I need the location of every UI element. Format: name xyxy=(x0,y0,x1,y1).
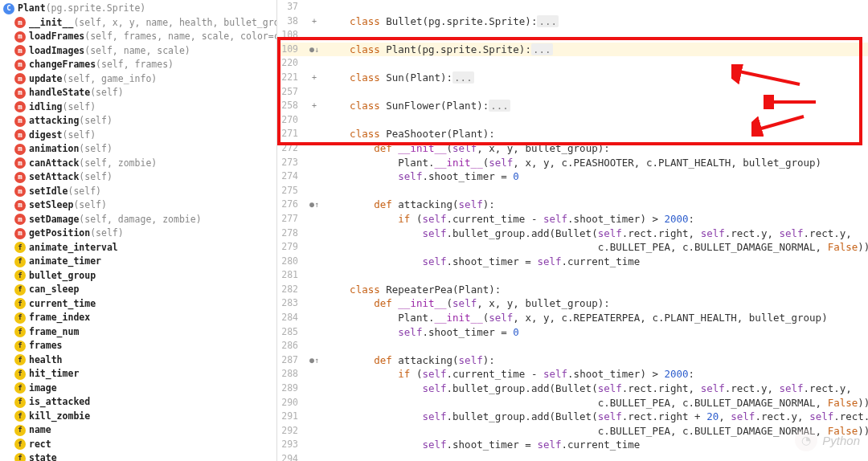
sidebar-item-bullet_group[interactable]: fbullet_group xyxy=(0,269,276,284)
code-content[interactable]: class RepeaterPea(Plant): xyxy=(324,283,868,297)
sidebar-item-hit_timer[interactable]: fhit_timer xyxy=(0,367,276,381)
code-line[interactable]: 275 xyxy=(277,184,868,198)
code-line[interactable]: 292 c.BULLET_PEA, c.BULLET_DAMAGE_NORMAL… xyxy=(277,424,868,439)
code-line[interactable]: 283 def __init__(self, x, y, bullet_grou… xyxy=(277,296,868,311)
code-content[interactable]: class SunFlower(Plant):... xyxy=(324,99,868,113)
code-content[interactable]: c.BULLET_PEA, c.BULLET_DAMAGE_NORMAL, Fa… xyxy=(324,240,868,255)
sidebar-item-can_sleep[interactable]: fcan_sleep xyxy=(0,283,276,297)
code-content[interactable]: self.shoot_timer = self.current_time xyxy=(324,438,868,452)
sidebar-item-__init__[interactable]: m__init__(self, x, y, name, health, bull… xyxy=(0,16,276,31)
sidebar-item-update[interactable]: mupdate(self, game_info) xyxy=(0,72,276,87)
sidebar-item-rect[interactable]: frect xyxy=(0,438,276,452)
sidebar-item-animate_timer[interactable]: fanimate_timer xyxy=(0,255,276,269)
code-line[interactable]: 282 class RepeaterPea(Plant): xyxy=(277,283,868,297)
code-content[interactable]: def __init__(self, x, y, bullet_group): xyxy=(324,296,868,311)
code-line[interactable]: 290 c.BULLET_PEA, c.BULLET_DAMAGE_NORMAL… xyxy=(277,396,868,410)
code-content[interactable]: c.BULLET_PEA, c.BULLET_DAMAGE_NORMAL, Fa… xyxy=(324,424,868,439)
code-line[interactable]: 286 xyxy=(277,339,868,353)
code-content[interactable]: def __init__(self, x, y, bullet_group): xyxy=(324,141,868,156)
code-line[interactable]: 277 if (self.current_time - self.shoot_t… xyxy=(277,212,868,226)
sidebar-item-attacking[interactable]: mattacking(self) xyxy=(0,114,276,129)
code-line[interactable]: 271 class PeaShooter(Plant): xyxy=(277,127,868,141)
code-line[interactable]: 279 c.BULLET_PEA, c.BULLET_DAMAGE_NORMAL… xyxy=(277,240,868,255)
code-content[interactable]: self.shoot_timer = self.current_time xyxy=(324,255,868,269)
sidebar-item-loadImages[interactable]: mloadImages(self, name, scale) xyxy=(0,44,276,59)
sidebar-item-digest[interactable]: mdigest(self) xyxy=(0,129,276,143)
code-content[interactable]: class PeaShooter(Plant): xyxy=(324,127,868,141)
code-content[interactable] xyxy=(324,339,868,353)
code-content[interactable]: c.BULLET_PEA, c.BULLET_DAMAGE_NORMAL, Fa… xyxy=(324,396,868,410)
fold-marker[interactable]: + xyxy=(305,99,324,113)
code-area[interactable]: 3738+ class Bullet(pg.sprite.Sprite):...… xyxy=(277,0,868,461)
code-content[interactable]: self.shoot_timer = 0 xyxy=(324,325,868,340)
code-line[interactable]: 278 self.bullet_group.add(Bullet(self.re… xyxy=(277,226,868,241)
code-content[interactable]: Plant.__init__(self, x, y, c.PEASHOOTER,… xyxy=(324,156,868,170)
code-content[interactable] xyxy=(324,0,868,14)
code-content[interactable]: self.bullet_group.add(Bullet(self.rect.r… xyxy=(324,226,868,241)
sidebar-item-animate_interval[interactable]: fanimate_interval xyxy=(0,241,276,255)
code-line[interactable]: 280 self.shoot_timer = self.current_time xyxy=(277,255,868,269)
structure-sidebar[interactable]: C Plant(pg.sprite.Sprite) m__init__(self… xyxy=(0,0,277,461)
code-line[interactable]: 272 def __init__(self, x, y, bullet_grou… xyxy=(277,141,868,156)
sidebar-item-changeFrames[interactable]: mchangeFrames(self, frames) xyxy=(0,58,276,72)
code-content[interactable]: self.bullet_group.add(Bullet(self.rect.r… xyxy=(324,410,868,424)
sidebar-item-health[interactable]: fhealth xyxy=(0,353,276,368)
code-editor[interactable]: 3738+ class Bullet(pg.sprite.Sprite):...… xyxy=(277,0,868,461)
code-content[interactable]: class Plant(pg.sprite.Sprite):... xyxy=(324,43,868,57)
code-content[interactable]: def attacking(self): xyxy=(324,353,868,368)
code-content[interactable] xyxy=(324,85,868,100)
fold-marker[interactable]: ●↓ xyxy=(305,43,324,57)
sidebar-item-setDamage[interactable]: msetDamage(self, damage, zombie) xyxy=(0,213,276,227)
fold-marker[interactable]: + xyxy=(305,14,324,29)
code-line[interactable]: 37 xyxy=(277,0,868,14)
sidebar-item-name[interactable]: fname xyxy=(0,423,276,438)
fold-marker[interactable]: + xyxy=(305,71,324,85)
code-content[interactable]: if (self.current_time - self.shoot_timer… xyxy=(324,367,868,381)
code-line[interactable]: 220 xyxy=(277,56,868,71)
code-content[interactable]: def attacking(self): xyxy=(324,198,868,212)
fold-marker[interactable]: ●↑ xyxy=(305,198,324,212)
code-line[interactable]: 258+ class SunFlower(Plant):... xyxy=(277,99,868,113)
code-line[interactable]: 281 xyxy=(277,268,868,283)
code-line[interactable]: 288 if (self.current_time - self.shoot_t… xyxy=(277,367,868,381)
sidebar-item-frames[interactable]: fframes xyxy=(0,339,276,353)
code-line[interactable]: 273 Plant.__init__(self, x, y, c.PEASHOO… xyxy=(277,156,868,170)
code-content[interactable] xyxy=(324,184,868,198)
code-line[interactable]: 108 xyxy=(277,28,868,43)
sidebar-item-frame_index[interactable]: fframe_index xyxy=(0,311,276,325)
sidebar-item-getPosition[interactable]: mgetPosition(self) xyxy=(0,226,276,241)
fold-marker[interactable]: ●↑ xyxy=(305,353,324,368)
code-line[interactable]: 221+ class Sun(Plant):... xyxy=(277,71,868,85)
sidebar-item-setAttack[interactable]: msetAttack(self) xyxy=(0,170,276,185)
sidebar-item-canAttack[interactable]: mcanAttack(self, zombie) xyxy=(0,157,276,171)
sidebar-item-frame_num[interactable]: fframe_num xyxy=(0,325,276,340)
code-content[interactable] xyxy=(324,113,868,128)
code-content[interactable] xyxy=(324,452,868,461)
sidebar-item-setIdle[interactable]: msetIdle(self) xyxy=(0,185,276,199)
code-content[interactable] xyxy=(324,268,868,283)
code-line[interactable]: 109●↓ class Plant(pg.sprite.Sprite):... xyxy=(277,43,868,57)
code-line[interactable]: 270 xyxy=(277,113,868,128)
code-line[interactable]: 293 self.shoot_timer = self.current_time xyxy=(277,438,868,452)
code-line[interactable]: 289 self.bullet_group.add(Bullet(self.re… xyxy=(277,381,868,396)
sidebar-root-class[interactable]: C Plant(pg.sprite.Sprite) xyxy=(0,2,276,16)
sidebar-item-animation[interactable]: manimation(self) xyxy=(0,142,276,157)
sidebar-item-current_time[interactable]: fcurrent_time xyxy=(0,297,276,312)
code-line[interactable]: 38+ class Bullet(pg.sprite.Sprite):... xyxy=(277,14,868,29)
sidebar-item-is_attacked[interactable]: fis_attacked xyxy=(0,395,276,410)
code-line[interactable]: 294 xyxy=(277,452,868,461)
sidebar-item-setSleep[interactable]: msetSleep(self) xyxy=(0,198,276,213)
code-line[interactable]: 284 Plant.__init__(self, x, y, c.REPEATE… xyxy=(277,311,868,325)
code-content[interactable]: if (self.current_time - self.shoot_timer… xyxy=(324,212,868,226)
code-content[interactable]: class Bullet(pg.sprite.Sprite):... xyxy=(324,14,868,29)
code-content[interactable] xyxy=(324,28,868,43)
code-line[interactable]: 276●↑ def attacking(self): xyxy=(277,198,868,212)
sidebar-item-idling[interactable]: midling(self) xyxy=(0,100,276,115)
code-line[interactable]: 285 self.shoot_timer = 0 xyxy=(277,325,868,340)
code-content[interactable]: self.shoot_timer = 0 xyxy=(324,169,868,184)
sidebar-item-state[interactable]: fstate xyxy=(0,451,276,461)
code-content[interactable]: class Sun(Plant):... xyxy=(324,71,868,85)
code-content[interactable]: Plant.__init__(self, x, y, c.REPEATERPEA… xyxy=(324,311,868,325)
code-line[interactable]: 274 self.shoot_timer = 0 xyxy=(277,169,868,184)
sidebar-item-image[interactable]: fimage xyxy=(0,381,276,396)
